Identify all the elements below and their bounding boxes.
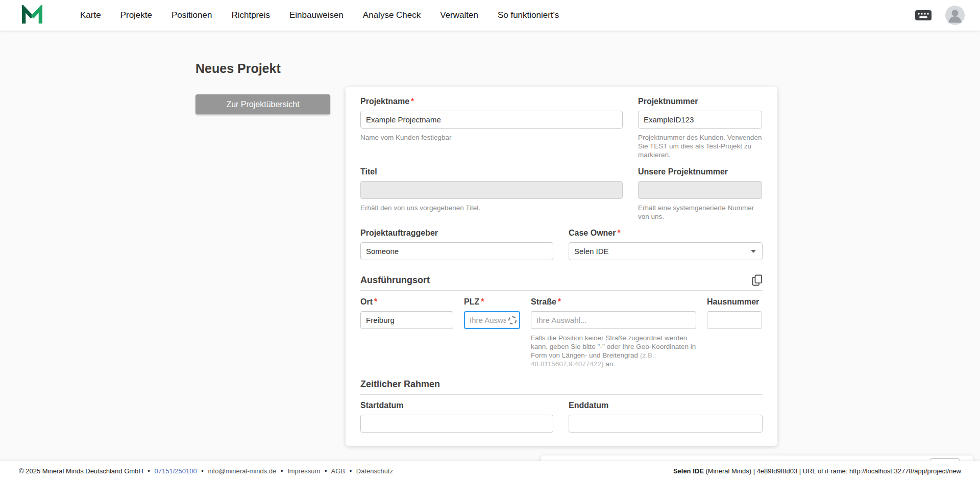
help-button[interactable]: Hilfe? [930, 458, 960, 461]
projektnummer-input[interactable] [638, 111, 762, 129]
enddatum-label: Enddatum [569, 401, 763, 410]
titel-label: Titel [360, 167, 623, 176]
nav-item-positionen[interactable]: Positionen [162, 10, 222, 20]
unsere-projektnummer-input [638, 181, 762, 199]
loading-spinner-icon [508, 316, 517, 324]
footer-left: © 2025 Mineral Minds Deutschland GmbH • … [19, 467, 393, 475]
logo-m-icon [20, 5, 44, 26]
nav-item-projekte[interactable]: Projekte [111, 10, 162, 20]
ausfuehrungsort-title: Ausführungsort [360, 275, 430, 286]
unsere-projektnummer-helper: Erhält eine systemgenerierte Nummer von … [638, 204, 762, 221]
projektnummer-label: Projektnummer [638, 97, 762, 106]
avatar-icon [945, 6, 965, 25]
nav-item-verwalten[interactable]: Verwalten [430, 10, 488, 20]
nav-item-karte[interactable]: Karte [70, 10, 111, 20]
footer-phone-link[interactable]: 07151/250100 [155, 467, 197, 475]
projektnummer-helper: Projektnummer des Kunden. Verwenden Sie … [638, 133, 762, 159]
top-navbar: Karte Projekte Positionen Richtpreis Ein… [0, 0, 980, 31]
unsere-projektnummer-label: Unsere Projektnummer [638, 167, 762, 176]
projektname-input[interactable] [360, 111, 623, 129]
ort-label: Ort* [360, 297, 453, 307]
required-asterisk: * [481, 297, 484, 306]
footer-agb-link[interactable]: AGB [331, 467, 345, 475]
required-asterisk: * [617, 229, 620, 237]
zeitlicher-rahmen-title: Zeitlicher Rahmen [360, 379, 440, 390]
mineral-minds-logo[interactable] [20, 5, 44, 26]
titel-helper: Erhält den von uns vorgegebenen Titel. [360, 204, 623, 212]
strasse-input[interactable] [531, 311, 696, 329]
navbar-right [915, 6, 965, 25]
plz-label: PLZ* [464, 297, 520, 307]
startdatum-input[interactable] [360, 415, 553, 433]
user-avatar[interactable] [945, 6, 965, 25]
footer-impressum-link[interactable]: Impressum [287, 467, 320, 475]
hausnummer-label: Hausnummer [707, 297, 762, 307]
strasse-label: Straße* [531, 297, 696, 307]
next-card-partial [541, 455, 973, 461]
copy-icon[interactable] [752, 274, 763, 286]
footer-email-link[interactable]: info@mineral-minds.de [208, 467, 276, 475]
projektname-label: Projektname* [360, 97, 623, 106]
footer-datenschutz-link[interactable]: Datenschutz [356, 467, 393, 475]
hausnummer-input[interactable] [707, 311, 762, 329]
footer-user-name: Selen IDE [673, 467, 704, 475]
keyboard-icon[interactable] [915, 10, 932, 21]
nav-item-einbauweisen[interactable]: Einbauweisen [280, 10, 353, 20]
nav-item-analyse-check[interactable]: Analyse Check [353, 10, 430, 20]
footer-session-info: Selen IDE (Mineral Minds) | 4e89fd9f8d03… [673, 467, 961, 475]
case-owner-value: Selen IDE [574, 247, 609, 256]
page-title: Neues Projekt [195, 61, 980, 76]
nav-item-so-funktionierts[interactable]: So funktioniert's [488, 10, 569, 20]
footer-user-details: (Mineral Minds) | 4e89fd9f8d03 | URL of … [704, 467, 961, 475]
projektauftraggeber-input[interactable] [360, 242, 553, 260]
startdatum-label: Startdatum [360, 401, 553, 410]
projektname-helper: Name vom Kunden festlegbar [360, 133, 623, 142]
section-divider [360, 394, 763, 395]
zur-projektuebersicht-button[interactable]: Zur Projektübersicht [195, 94, 330, 114]
main-nav: Karte Projekte Positionen Richtpreis Ein… [70, 10, 569, 20]
section-divider [360, 290, 763, 291]
strasse-helper: Falls die Position keiner Straße zugeord… [531, 334, 696, 368]
required-asterisk: * [558, 297, 561, 306]
footer: © 2025 Mineral Minds Deutschland GmbH • … [0, 461, 980, 481]
required-asterisk: * [374, 297, 377, 306]
main-content: Neues Projekt Zur Projektübersicht Proje… [0, 31, 980, 461]
section-zeitlicher-rahmen: Zeitlicher Rahmen [360, 378, 763, 395]
nav-item-richtpreis[interactable]: Richtpreis [222, 10, 280, 20]
enddatum-input[interactable] [569, 415, 763, 433]
projektauftraggeber-label: Projektauftraggeber [360, 229, 553, 238]
case-owner-label: Case Owner* [569, 229, 763, 238]
case-owner-select[interactable]: Selen IDE [569, 242, 763, 260]
titel-input [360, 181, 623, 199]
new-project-form-card: Projektname* Name vom Kunden festlegbar … [346, 87, 777, 446]
ort-input[interactable] [360, 311, 453, 329]
required-asterisk: * [411, 97, 414, 106]
copyright-text: © 2025 Mineral Minds Deutschland GmbH [19, 467, 143, 475]
chevron-down-icon [751, 250, 756, 253]
section-ausfuehrungsort: Ausführungsort [360, 274, 763, 291]
